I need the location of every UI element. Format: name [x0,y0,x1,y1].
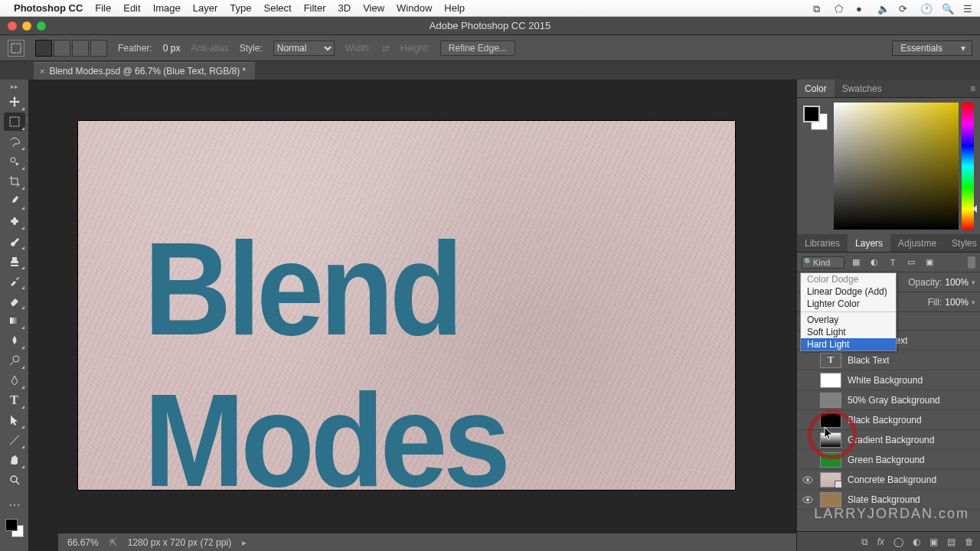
layer-row[interactable]: Black Background [797,410,980,430]
new-fill-adjust-icon[interactable]: ◐ [913,536,920,547]
layer-visibility-icon[interactable] [802,474,814,486]
move-tool[interactable] [4,93,25,111]
close-window-icon[interactable] [8,21,17,31]
filter-toggle[interactable] [968,256,975,269]
layer-row[interactable]: Green Background [797,450,980,470]
notifications-icon[interactable]: ☰ [963,3,974,14]
eyedropper-tool[interactable] [4,192,25,210]
layer-visibility-icon[interactable] [802,394,814,406]
blur-tool[interactable] [4,331,25,350]
layer-visibility-icon[interactable] [802,374,814,386]
fg-bg-colors[interactable] [5,519,24,537]
layer-name[interactable]: Concrete Background [848,474,936,485]
filter-smart-icon[interactable]: ▣ [923,256,936,269]
blend-mode-dropdown[interactable]: Color Dodge Linear Dodge (Add) Lighter C… [800,272,897,351]
layer-visibility-icon[interactable] [802,414,814,426]
blend-item-selected[interactable]: Hard Light [801,338,896,350]
layer-row[interactable]: TBlack Text [797,350,980,370]
tab-styles[interactable]: Styles [944,234,980,252]
volume-icon[interactable]: 🔈 [877,3,888,14]
status-export-icon[interactable]: ⇱ [109,537,117,548]
zoom-tool[interactable] [4,471,25,489]
selection-new-icon[interactable] [35,40,52,57]
layer-visibility-icon[interactable] [802,434,814,446]
layer-name[interactable]: 50% Gray Background [848,395,940,406]
menu-type[interactable]: Type [230,2,251,14]
path-select-tool[interactable] [4,411,25,429]
blend-item[interactable]: Overlay [801,314,896,326]
blend-item[interactable]: Linear Dodge (Add) [801,285,896,298]
layer-fx-icon[interactable]: fx [877,536,884,547]
menu-select[interactable]: Select [263,2,291,14]
layer-row[interactable]: Gradient Background [797,430,980,450]
screenrec-icon[interactable]: ⧉ [813,3,824,14]
feather-value[interactable]: 0 px [163,43,181,54]
layer-row[interactable]: White Background [797,370,980,390]
filter-adjust-icon[interactable]: ◐ [867,256,881,269]
quick-select-tool[interactable] [4,152,25,171]
tab-adjustments[interactable]: Adjustme [890,234,944,252]
menu-filter[interactable]: Filter [304,2,326,14]
menu-edit[interactable]: Edit [123,2,140,14]
hue-slider[interactable] [962,103,974,230]
layer-mask-icon[interactable]: ◯ [893,536,903,547]
zoom-window-icon[interactable] [37,21,46,31]
style-select[interactable]: Normal [273,41,335,56]
layer-name[interactable]: Gradient Background [848,435,934,445]
layer-name[interactable]: White Background [848,375,923,386]
clock-icon[interactable]: 🕐 [920,3,931,14]
menu-layer[interactable]: Layer [193,2,218,14]
fill-value[interactable]: 100% [945,297,969,308]
close-tab-icon[interactable]: × [40,67,44,76]
healing-tool[interactable] [4,212,25,230]
layer-name[interactable]: Black Text [848,355,889,366]
brush-tool[interactable] [4,232,25,250]
menu-app[interactable]: Photoshop CC [14,2,83,14]
history-brush-tool[interactable] [4,272,25,290]
gradient-tool[interactable] [4,311,25,330]
crop-tool[interactable] [4,172,25,191]
menu-window[interactable]: Window [397,2,432,14]
selection-add-icon[interactable] [54,40,70,57]
refine-edge-button[interactable]: Refine Edge... [440,41,515,56]
menu-help[interactable]: Help [444,2,465,14]
tab-layers[interactable]: Layers [848,234,890,252]
color-fg-bg[interactable] [803,106,828,130]
layer-name[interactable]: Black Background [848,415,922,425]
menu-image[interactable]: Image [153,2,181,14]
type-tool[interactable]: T [4,391,25,409]
fill-dd-icon[interactable]: ▾ [972,298,975,306]
opacity-value[interactable]: 100% [945,277,969,288]
tab-swatches[interactable]: Swatches [835,80,890,97]
opacity-dd-icon[interactable]: ▾ [972,279,975,286]
filter-pixel-icon[interactable]: ▦ [849,256,863,269]
current-tool-icon[interactable] [8,40,24,57]
layer-visibility-icon[interactable] [802,454,814,466]
selection-intersect-icon[interactable] [90,40,107,57]
selection-subtract-icon[interactable] [72,40,89,57]
menu-view[interactable]: View [363,2,384,14]
layer-visibility-icon[interactable] [802,354,814,367]
delete-layer-icon[interactable]: 🗑 [965,536,974,547]
blend-item[interactable]: Soft Light [801,326,896,338]
tools-collapse-icon[interactable]: ▸▸ [11,83,18,90]
workspace-switcher[interactable]: Essentials [892,41,972,56]
document-canvas[interactable]: Blend Modes [78,121,735,490]
layer-visibility-icon[interactable] [802,494,814,506]
layer-filter-kind[interactable]: Kind [802,256,844,269]
color-panel-menu-icon[interactable]: ≡ [970,83,980,94]
blend-item[interactable]: Color Dodge [801,273,896,285]
layer-name[interactable]: Green Background [848,455,925,465]
doc-dimensions[interactable]: 1280 px x 720 px (72 ppi) [128,537,231,548]
hand-tool[interactable] [4,451,25,469]
eraser-tool[interactable] [4,292,25,310]
pen-tool[interactable] [4,371,25,390]
menu-3d[interactable]: 3D [338,2,351,14]
blend-item[interactable]: Lighter Color [801,298,896,310]
link-layers-icon[interactable]: ⧉ [861,536,868,547]
stamp-tool[interactable] [4,252,25,270]
sync-icon[interactable]: ⟳ [899,3,910,14]
status-dot-icon[interactable]: ● [856,3,867,14]
layer-name[interactable]: Slate Background [848,494,920,505]
menu-file[interactable]: File [95,2,111,14]
